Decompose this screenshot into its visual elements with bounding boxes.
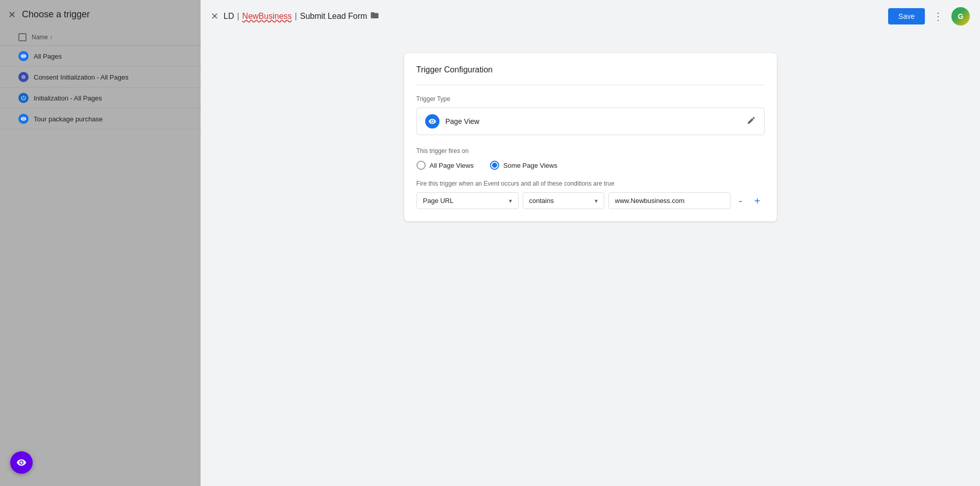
radio-some-page-views[interactable]: Some Page Views <box>490 161 557 170</box>
add-condition-button[interactable]: + <box>750 194 765 208</box>
operator-option-label: contains <box>529 197 554 204</box>
trigger-type-name: Page View <box>446 117 480 125</box>
list-item[interactable]: Tour package purchase <box>0 109 201 130</box>
card-title: Trigger Configuration <box>416 65 765 74</box>
title-form-name: Submit Lead Form <box>300 12 368 21</box>
list-header-checkbox[interactable] <box>18 33 27 41</box>
trigger-card: Trigger Configuration Trigger Type Page … <box>404 53 777 221</box>
right-header-actions: Save ⋮ G <box>888 7 970 25</box>
operator-caret-icon: ▾ <box>595 197 598 204</box>
list-item-label: Initialization - All Pages <box>34 94 102 102</box>
right-close-icon[interactable]: ✕ <box>211 11 218 22</box>
main-content: Trigger Configuration Trigger Type Page … <box>201 33 980 486</box>
init-all-pages-icon <box>18 93 29 103</box>
radio-label-all: All Page Views <box>430 162 474 169</box>
left-panel: ✕ Choose a trigger Name ↑ All Pages Cons… <box>0 0 201 486</box>
fires-on-section: This trigger fires on All Page Views Som… <box>416 147 765 170</box>
title-ld: LD <box>224 12 234 21</box>
fab-button[interactable] <box>10 451 33 474</box>
radio-circle-some <box>490 161 499 170</box>
svg-point-1 <box>23 76 24 78</box>
radio-label-some: Some Page Views <box>503 162 557 169</box>
title-separator: | <box>237 12 239 21</box>
remove-condition-button[interactable]: - <box>734 194 746 208</box>
all-pages-icon <box>18 51 29 61</box>
trigger-type-label: Trigger Type <box>416 95 765 103</box>
list-item-label: All Pages <box>34 53 62 60</box>
radio-all-page-views[interactable]: All Page Views <box>416 161 474 170</box>
save-button[interactable]: Save <box>888 8 925 24</box>
list-item[interactable]: Initialization - All Pages <box>0 88 201 109</box>
trigger-type-icon <box>425 114 439 129</box>
trigger-type-left: Page View <box>425 114 480 129</box>
right-header-title: LD | NewBusiness | Submit Lead Form <box>224 11 379 22</box>
right-header-left: ✕ LD | NewBusiness | Submit Lead Form <box>211 11 379 22</box>
list-item[interactable]: Consent Initialization - All Pages <box>0 67 201 88</box>
left-header: ✕ Choose a trigger <box>0 0 201 29</box>
title-separator2: | <box>295 12 297 21</box>
condition-value-input[interactable] <box>608 192 731 209</box>
edit-icon[interactable] <box>747 116 756 127</box>
left-close-icon[interactable]: ✕ <box>8 10 16 19</box>
left-panel-title: Choose a trigger <box>22 9 90 20</box>
page-url-option-label: Page URL <box>423 197 454 204</box>
consent-init-icon <box>18 72 29 82</box>
title-new-business: NewBusiness <box>242 12 292 21</box>
list-item[interactable]: All Pages <box>0 46 201 67</box>
tour-package-icon <box>18 114 29 124</box>
folder-icon[interactable] <box>370 11 379 22</box>
list-header-row: Name ↑ <box>0 29 201 46</box>
right-panel: ✕ LD | NewBusiness | Submit Lead Form Sa… <box>201 0 980 486</box>
radio-circle-all <box>416 161 426 170</box>
kebab-menu-button[interactable]: ⋮ <box>931 8 945 24</box>
avatar[interactable]: G <box>951 7 970 25</box>
radio-group: All Page Views Some Page Views <box>416 161 765 170</box>
trigger-type-box[interactable]: Page View <box>416 108 765 135</box>
list-item-label: Consent Initialization - All Pages <box>34 73 129 81</box>
list-header-name[interactable]: Name ↑ <box>32 34 53 41</box>
sort-arrow-icon: ↑ <box>50 34 53 40</box>
right-header: ✕ LD | NewBusiness | Submit Lead Form Sa… <box>201 0 980 33</box>
page-url-select[interactable]: Page URL ▾ <box>416 192 519 209</box>
url-caret-icon: ▾ <box>509 197 512 204</box>
condition-row: Page URL ▾ contains ▾ - + <box>416 192 765 209</box>
condition-section: Fire this trigger when an Event occurs a… <box>416 180 765 209</box>
condition-label: Fire this trigger when an Event occurs a… <box>416 180 765 187</box>
operator-select[interactable]: contains ▾ <box>523 192 604 209</box>
list-item-label: Tour package purchase <box>34 115 103 123</box>
fires-on-label: This trigger fires on <box>416 147 765 155</box>
divider <box>416 85 765 85</box>
